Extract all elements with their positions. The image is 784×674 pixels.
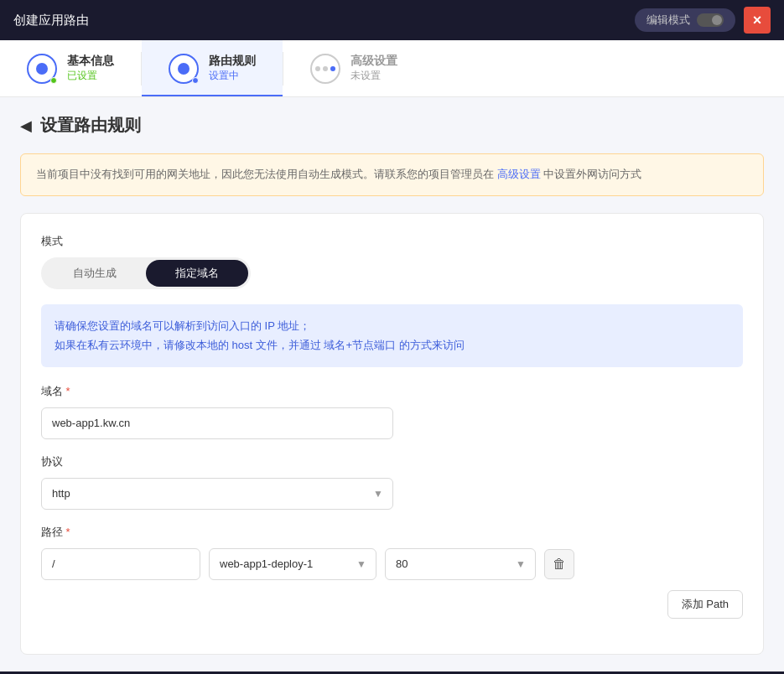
back-arrow-icon: ◀ [20, 117, 32, 135]
domain-label: 域名 [41, 384, 743, 399]
step-dot-2 [323, 66, 328, 71]
edit-mode-button[interactable]: 编辑模式 [635, 8, 735, 32]
step-routing-icon [169, 54, 199, 84]
step-dot-1 [315, 66, 320, 71]
path-label: 路径 [41, 525, 743, 540]
step-advanced[interactable]: 高级设置 未设置 [283, 40, 424, 96]
step-advanced-icon [310, 54, 340, 84]
step-basic-info: 基本信息 已设置 [67, 54, 114, 83]
step-routing-info: 路由规则 设置中 [209, 54, 256, 83]
protocol-group: 协议 http https ▼ [41, 454, 743, 510]
modal-title: 创建应用路由 [13, 13, 89, 29]
steps-bar: 基本信息 已设置 路由规则 设置中 [0, 40, 784, 97]
mode-auto-button[interactable]: 自动生成 [44, 260, 146, 287]
step-advanced-name: 高级设置 [350, 54, 397, 69]
dark-bar: × ✓ [0, 671, 784, 674]
mode-group: 模式 自动生成 指定域名 [41, 234, 743, 289]
header-right: 编辑模式 × [635, 7, 771, 34]
close-button[interactable]: × [744, 7, 771, 34]
step-advanced-info: 高级设置 未设置 [350, 54, 397, 83]
step-routing-status: 设置中 [209, 69, 256, 83]
table-row: web-app1-deploy-1 ▼ 80 443 8080 ▼ 🗑 [41, 548, 743, 580]
step-basic-icon [27, 54, 57, 84]
page-title: 设置路由规则 [40, 114, 141, 137]
step-routing-check [192, 77, 199, 84]
step-routing-dot [178, 63, 190, 75]
mode-label: 模式 [41, 234, 743, 249]
domain-input[interactable] [41, 407, 393, 439]
path-input[interactable] [41, 548, 200, 580]
modal-body: ◀ 设置路由规则 当前项目中没有找到可用的网关地址，因此您无法使用自动生成模式。… [0, 97, 784, 671]
step-basic[interactable]: 基本信息 已设置 [0, 40, 141, 96]
delete-path-button[interactable]: 🗑 [544, 549, 574, 579]
warning-text: 当前项目中没有找到可用的网关地址，因此您无法使用自动生成模式。请联系您的项目管理… [36, 168, 641, 180]
path-group: 路径 web-app1-deploy-1 ▼ 80 443 8080 [41, 525, 743, 619]
warning-banner: 当前项目中没有找到可用的网关地址，因此您无法使用自动生成模式。请联系您的项目管理… [20, 153, 764, 196]
add-path-row: 添加 Path [41, 590, 743, 619]
protocol-label: 协议 [41, 454, 743, 469]
domain-group: 域名 [41, 384, 743, 439]
mode-custom-button[interactable]: 指定域名 [146, 260, 248, 287]
modal-header: 创建应用路由 编辑模式 × [0, 0, 784, 40]
close-icon: × [753, 12, 762, 29]
step-routing-name: 路由规则 [209, 54, 256, 69]
info-line1: 请确保您设置的域名可以解析到访问入口的 IP 地址； [55, 316, 729, 335]
trash-icon: 🗑 [553, 557, 566, 572]
protocol-select[interactable]: http https [41, 478, 393, 510]
step-basic-check [50, 77, 57, 84]
section-title-row: ◀ 设置路由规则 [20, 114, 764, 137]
info-box: 请确保您设置的域名可以解析到访问入口的 IP 地址； 如果在私有云环境中，请修改… [41, 304, 743, 367]
info-line2: 如果在私有云环境中，请修改本地的 host 文件，并通过 域名+节点端口 的方式… [55, 335, 729, 355]
protocol-select-wrap: http https ▼ [41, 478, 393, 510]
step-advanced-dots [315, 66, 335, 71]
modal-container: 创建应用路由 编辑模式 × 基本信息 已设置 [0, 0, 784, 674]
service-select-wrap: web-app1-deploy-1 ▼ [209, 548, 376, 580]
port-select-wrap: 80 443 8080 ▼ [385, 548, 536, 580]
routing-card: 模式 自动生成 指定域名 请确保您设置的域名可以解析到访问入口的 IP 地址； … [20, 213, 764, 655]
step-basic-dot [36, 63, 48, 75]
port-select[interactable]: 80 443 8080 [385, 548, 536, 580]
step-basic-name: 基本信息 [67, 54, 114, 69]
edit-mode-label: 编辑模式 [646, 13, 690, 28]
service-select[interactable]: web-app1-deploy-1 [209, 548, 376, 580]
step-basic-status: 已设置 [67, 69, 114, 83]
step-advanced-status: 未设置 [350, 69, 397, 83]
add-path-button[interactable]: 添加 Path [667, 590, 743, 619]
warning-link[interactable]: 高级设置 [497, 168, 541, 180]
step-routing[interactable]: 路由规则 设置中 [142, 40, 283, 96]
mode-toggle: 自动生成 指定域名 [41, 257, 251, 289]
step-dot-3 [330, 66, 335, 71]
edit-mode-toggle[interactable] [697, 13, 724, 27]
